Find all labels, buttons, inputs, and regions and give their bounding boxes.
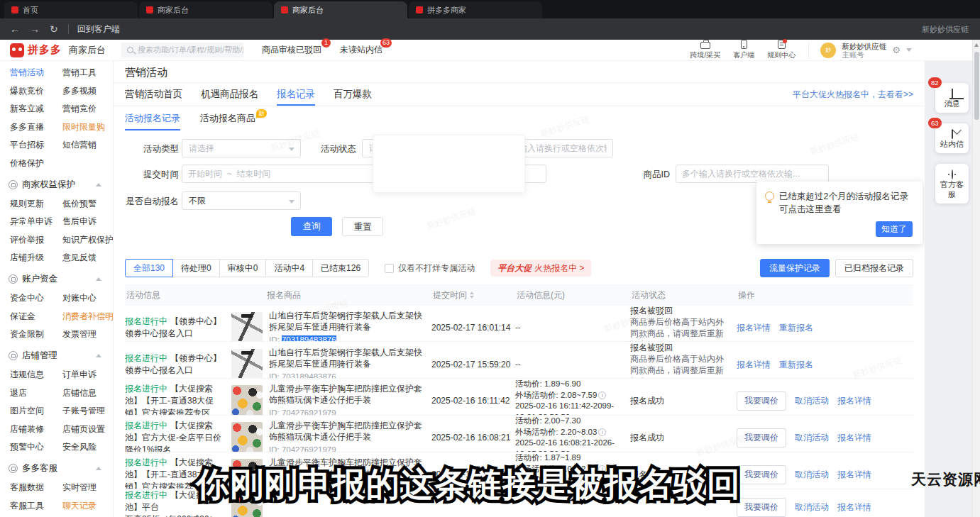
browser-tab[interactable]: 首页	[4, 1, 138, 18]
collapse-icon[interactable]	[96, 467, 101, 470]
float-service-button[interactable]: 官方客服	[935, 164, 969, 204]
adjust-price-button[interactable]: 我要调价	[737, 428, 786, 447]
sidebar-item[interactable]: 价格保护	[10, 157, 62, 169]
operation-link[interactable]: 取消活动	[795, 469, 829, 481]
column-header[interactable]: 提交时间	[431, 289, 515, 301]
sidebar-item[interactable]: 店铺信息	[62, 387, 113, 399]
sidebar-item[interactable]: 客服工具	[10, 500, 62, 512]
main-tab[interactable]: 百万爆款	[334, 83, 372, 106]
browser-tab[interactable]: 商家后台	[274, 1, 407, 18]
got-it-button[interactable]: 知道了	[876, 221, 913, 237]
sidebar-item[interactable]: 营销工具	[62, 67, 113, 79]
filter-chip[interactable]: 全部130	[125, 259, 173, 277]
sidebar-item[interactable]: 实时管理	[62, 482, 113, 494]
operation-link[interactable]: 报名详情	[837, 432, 871, 444]
reset-button[interactable]: 重置	[342, 217, 383, 236]
collapse-icon[interactable]	[96, 183, 101, 187]
back-icon[interactable]: ←	[10, 23, 20, 35]
info-icon[interactable]: i	[598, 391, 606, 399]
sidebar-item[interactable]: 营销竞价	[62, 103, 113, 115]
sidebar-item[interactable]: 安全风险	[62, 441, 113, 453]
sidebar-item[interactable]: 店铺页设置	[62, 423, 113, 435]
operation-link[interactable]: 取消活动	[795, 432, 829, 444]
sidebar-item[interactable]: 违规信息	[10, 369, 62, 381]
browser-tab[interactable]: 拼多多商家	[409, 1, 542, 18]
chevron-down-icon[interactable]	[906, 48, 912, 52]
reload-icon[interactable]: ↻	[50, 23, 58, 35]
audit-rejected-link[interactable]: 商品审核已驳回 1	[262, 44, 321, 56]
sidebar-item[interactable]: 平台招标	[10, 139, 62, 151]
sidebar-item[interactable]: 客服数据	[10, 482, 62, 494]
hot-promo-pill[interactable]: 平台大促火热报名中 >	[490, 260, 591, 277]
sidebar-item[interactable]: 营销活动	[10, 67, 62, 79]
auto-signup-select[interactable]: 不限	[182, 191, 301, 210]
sidebar-item[interactable]: 图片空间	[10, 405, 62, 417]
operation-link[interactable]: 报名详情	[737, 322, 771, 334]
sidebar-item[interactable]: 消费者补偿明细	[62, 311, 114, 323]
product-image[interactable]	[231, 312, 263, 342]
cross-border-button[interactable]: 跨境/采买	[690, 40, 721, 60]
sidebar-item[interactable]: 店铺装修	[10, 423, 62, 435]
sidebar-item[interactable]: 规则更新	[10, 198, 62, 210]
pinduoduo-logo-icon[interactable]	[10, 43, 24, 57]
sidebar-item[interactable]: 多多视频	[62, 85, 113, 97]
sidebar-item[interactable]: 保证金	[10, 311, 62, 323]
sidebar-item[interactable]: 异常单申诉	[10, 216, 62, 228]
main-tab[interactable]: 营销活动首页	[125, 83, 182, 106]
rule-center-button[interactable]: 规则中心	[767, 40, 795, 60]
filter-chip[interactable]: 待处理0	[172, 259, 220, 277]
activity-type-select[interactable]: 请选择	[182, 139, 301, 157]
operation-link[interactable]: 重新报名	[779, 359, 813, 371]
sidebar-item[interactable]	[62, 157, 113, 169]
filter-chip[interactable]: 已结束126	[312, 259, 369, 277]
main-tab[interactable]: 机遇商品报名	[201, 83, 258, 106]
account-menu[interactable]: 妙 新妙妙供应链 主账号 ⚙	[808, 42, 912, 59]
query-button[interactable]: 查询	[291, 217, 332, 236]
only-exclusive-checkbox[interactable]	[385, 264, 394, 273]
product-image[interactable]	[231, 492, 263, 517]
adjust-price-button[interactable]: 我要调价	[737, 498, 786, 517]
archived-records-button[interactable]: 已归档报名记录	[835, 259, 913, 277]
sidebar-item[interactable]: 资金中心	[10, 292, 62, 304]
tab-activity-records[interactable]: 活动报名记录	[125, 106, 180, 130]
unread-mail-link[interactable]: 未读站内信 63	[340, 44, 382, 56]
sidebar-item[interactable]: 退店	[10, 387, 62, 399]
sidebar-section-header[interactable]: 店铺管理	[9, 350, 113, 362]
filter-chip[interactable]: 活动中4	[265, 259, 313, 277]
sidebar-item[interactable]: 预警中心	[10, 441, 62, 453]
adjust-price-button[interactable]: 我要调价	[737, 391, 786, 411]
sidebar-item[interactable]: 爆款竞价	[10, 85, 62, 97]
tab-activity-goods[interactable]: 活动报名商品 新	[200, 106, 255, 130]
operation-link[interactable]: 取消活动	[795, 501, 829, 513]
sidebar-item[interactable]: 子账号管理	[62, 405, 113, 417]
forward-icon[interactable]: →	[30, 23, 40, 35]
main-tab[interactable]: 报名记录	[277, 83, 315, 106]
operation-link[interactable]: 重新报名	[779, 322, 813, 334]
sidebar-item[interactable]: 聊天记录	[62, 500, 113, 512]
product-image[interactable]	[231, 385, 263, 416]
address-text[interactable]: 回到客户端	[77, 23, 120, 35]
info-icon[interactable]: i	[598, 428, 606, 436]
sidebar-section-header[interactable]: 商家权益保护	[9, 179, 113, 191]
scrollbar-thumb[interactable]	[974, 52, 979, 120]
sidebar-section-header[interactable]: 账户资金	[9, 273, 113, 285]
sidebar-item[interactable]: 限时限量购	[62, 121, 113, 133]
sort-icon[interactable]	[470, 291, 474, 299]
sidebar-item[interactable]: 意见反馈	[62, 252, 114, 264]
sidebar-item[interactable]: 新客立减	[10, 103, 62, 115]
sidebar-item[interactable]: 多多直播	[10, 121, 62, 133]
sidebar-item[interactable]: 售后申诉	[62, 216, 114, 228]
gear-icon[interactable]: ⚙	[892, 45, 901, 55]
adjust-price-button[interactable]: 我要调价	[737, 465, 786, 484]
operation-link[interactable]: 报名详情	[837, 469, 871, 481]
sidebar-item[interactable]: 资金限制	[10, 328, 62, 340]
sidebar-item[interactable]: 发票管理	[62, 328, 114, 340]
sidebar-item[interactable]: 订单申诉	[62, 369, 113, 381]
sidebar-item[interactable]: 知识产权保护	[62, 234, 114, 246]
browser-tab[interactable]: 商家后台	[139, 1, 272, 18]
operation-link[interactable]: 报名详情	[737, 359, 771, 371]
sidebar-item[interactable]: 评价举报	[10, 234, 62, 246]
product-image[interactable]	[231, 422, 263, 452]
global-search-input[interactable]: 搜索功能/订单/课程/规则/帮助/服务	[121, 43, 243, 57]
filter-chip[interactable]: 审核中0	[219, 259, 267, 277]
